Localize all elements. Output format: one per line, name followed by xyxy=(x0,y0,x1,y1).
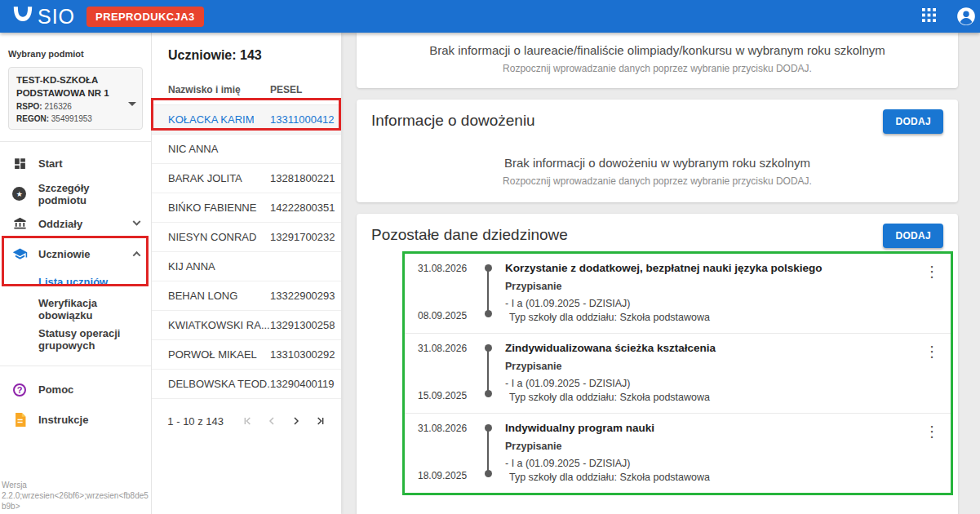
entry-assignment-line: - I a (01.09.2025 - DZISIAJ) xyxy=(505,297,918,311)
subject-selector[interactable]: TEST-KD-SZKOŁA PODSTAWOWA NR 1 RSPO: 216… xyxy=(8,67,143,130)
entry-assignment-label: Przypisanie xyxy=(505,360,918,374)
empty-state-title: Brak informacji o dowożeniu w wybranym r… xyxy=(357,156,958,170)
bank-icon xyxy=(10,217,29,231)
subject-label: Wybrany podmiot xyxy=(0,33,151,59)
table-row[interactable]: NIC ANNA xyxy=(152,135,341,164)
environment-badge: PREPRODUKCJA3 xyxy=(86,7,204,27)
logo-text: SIO xyxy=(38,5,75,29)
section-title: Pozostałe dane dziedzinowe xyxy=(371,224,568,246)
entry-date-end: 31.08.2026 xyxy=(418,263,475,274)
entry-date-end: 31.08.2026 xyxy=(418,423,475,434)
add-button[interactable]: DODAJ xyxy=(883,109,943,134)
list-item: 31.08.2026 08.09.2025 Korzystanie z doda… xyxy=(405,254,951,333)
document-icon xyxy=(10,413,29,427)
sidebar-item-label: Uczniowie xyxy=(38,248,91,260)
empty-state-hint: Rozpocznij wprowadzanie danych poprzez w… xyxy=(357,63,958,74)
subject-dropdown-caret-icon xyxy=(128,102,136,106)
regon-label: REGON: xyxy=(16,114,49,123)
sidebar-item-group-ops[interactable]: Statusy operacji grupowych xyxy=(0,324,151,354)
star-circle-icon: ★ xyxy=(10,187,29,201)
sidebar-divider xyxy=(0,141,151,142)
dashboard-icon xyxy=(10,157,29,171)
entry-date-start: 15.09.2025 xyxy=(418,390,467,401)
entry-assignment-label: Przypisanie xyxy=(505,280,918,294)
sidebar-item-label: Szczegóły podmiotu xyxy=(38,182,140,206)
kebab-menu-icon[interactable]: ⋮ xyxy=(918,260,946,325)
olympiad-section-card: Brak informacji o laureacie/finaliście o… xyxy=(357,33,958,88)
entry-dates: 31.08.2026 18.09.2025 xyxy=(418,420,475,485)
column-header-name: Nazwisko i imię xyxy=(168,84,270,95)
transport-section-card: Informacje o dowożeniu DODAJ Brak inform… xyxy=(357,100,958,202)
entry-assignment-line: - I a (01.09.2025 - DZISIAJ) xyxy=(505,457,918,471)
chevron-down-icon xyxy=(133,218,141,226)
table-row[interactable]: KIJ ANNA xyxy=(152,252,341,281)
sidebar-item-label: Oddziały xyxy=(38,218,82,230)
account-icon[interactable] xyxy=(956,6,977,27)
version-info: Wersja 2.2.0;wrzesien<26bf6>;wrzesien<fb… xyxy=(2,480,151,512)
previous-page-icon[interactable] xyxy=(261,410,282,432)
table-row[interactable]: PORWOŁ MIKAEL13310300292 xyxy=(152,340,341,370)
table-row[interactable]: BARAK JOLITA13281800221 xyxy=(152,164,341,193)
sidebar-item-students-list[interactable]: Lista uczniów xyxy=(0,269,151,294)
table-row[interactable]: NIESYN CONRAD13291700232 xyxy=(152,223,341,252)
entry-assignment-label: Przypisanie xyxy=(505,440,918,454)
sidebar-item-branches[interactable]: Oddziały xyxy=(0,209,151,239)
entry-school-type: Typ szkoły dla oddziału: Szkoła podstawo… xyxy=(505,471,918,485)
subject-name-line1: TEST-KD-SZKOŁA xyxy=(16,73,126,86)
sidebar-item-details[interactable]: ★ Szczegóły podmiotu xyxy=(0,179,151,209)
table-row[interactable]: BEHAN LONG13322900293 xyxy=(152,281,341,311)
sidebar-item-label: Instrukcje xyxy=(38,414,88,426)
graduation-cap-icon xyxy=(10,246,29,262)
table-row[interactable]: KOŁACKA KARIM13311000412 xyxy=(152,105,341,135)
pagination: 1 - 10 z 143 xyxy=(152,399,341,432)
table-row[interactable]: DELBOWSKA TEOD...13290400119 xyxy=(152,370,341,399)
timeline-icon xyxy=(475,340,505,405)
students-panel: Uczniowie: 143 Nazwisko i imię PESEL KOŁ… xyxy=(151,33,341,514)
kebab-menu-icon[interactable]: ⋮ xyxy=(918,420,946,485)
sidebar-item-students[interactable]: Uczniowie xyxy=(0,239,151,269)
next-page-icon[interactable] xyxy=(286,410,307,432)
pagination-label: 1 - 10 z 143 xyxy=(167,415,224,428)
rspo-value: 216326 xyxy=(44,102,71,111)
app-root: SIO PREPRODUKCJA3 xyxy=(0,0,980,514)
empty-state-title: Brak informacji o laureacie/finaliście o… xyxy=(357,43,958,57)
sidebar-item-label: Pomoc xyxy=(38,383,73,396)
sidebar-item-start[interactable]: Start xyxy=(0,148,151,179)
students-count-title: Uczniowie: 143 xyxy=(152,33,341,63)
entry-school-type: Typ szkoły dla oddziału: Szkoła podstawo… xyxy=(505,391,918,405)
entry-title: Indywidualny program nauki xyxy=(505,421,918,435)
rspo-label: RSPO: xyxy=(16,102,42,111)
sio-logo-icon xyxy=(11,6,34,28)
students-table-header: Nazwisko i imię PESEL xyxy=(152,84,341,105)
sidebar-nav: Start ★ Szczegóły podmiotu Oddziały Ucz xyxy=(0,148,151,435)
entry-dates: 31.08.2026 15.09.2025 xyxy=(418,340,475,405)
sidebar-divider xyxy=(0,366,151,366)
entry-school-type: Typ szkoły dla oddziału: Szkoła podstawo… xyxy=(505,311,918,325)
sidebar-item-help[interactable]: ? Pomoc xyxy=(0,374,151,405)
entry-date-start: 18.09.2025 xyxy=(418,470,467,481)
apps-grid-icon[interactable] xyxy=(922,8,936,25)
entry-assignment-line: - I a (01.09.2025 - DZISIAJ) xyxy=(505,377,918,391)
sidebar-item-instructions[interactable]: Instrukcje xyxy=(0,405,151,435)
entry-date-start: 08.09.2025 xyxy=(418,310,467,321)
entry-title: Zindywidualizowana ścieżka kształcenia xyxy=(505,341,918,355)
help-icon: ? xyxy=(10,383,29,397)
last-page-icon[interactable] xyxy=(310,410,331,432)
table-row[interactable]: BIŃKO FABIENNE14222800351 xyxy=(152,193,341,223)
first-page-icon[interactable] xyxy=(237,410,258,432)
list-item: 31.08.2026 18.09.2025 Indywidualny progr… xyxy=(405,413,951,493)
sidebar-item-verification[interactable]: Weryfikacja obowiązku xyxy=(0,294,151,324)
sidebar: Wybrany podmiot TEST-KD-SZKOŁA PODSTAWOW… xyxy=(0,33,151,514)
table-row[interactable]: KWIATKOWSKI RA...13291300258 xyxy=(152,311,341,340)
sidebar-item-label: Start xyxy=(38,157,63,170)
list-item: 31.08.2026 15.09.2025 Zindywidualizowana… xyxy=(405,333,951,413)
empty-state-hint: Rozpocznij wprowadzanie danych poprzez w… xyxy=(357,175,958,187)
main-content: Brak informacji o laureacie/finaliście o… xyxy=(341,33,980,514)
sio-logo[interactable]: SIO xyxy=(11,5,75,29)
kebab-menu-icon[interactable]: ⋮ xyxy=(918,340,946,405)
section-title: Informacje o dowożeniu xyxy=(371,109,535,131)
regon-value: 354991953 xyxy=(51,114,92,123)
subject-name-line2: PODSTAWOWA NR 1 xyxy=(16,86,126,100)
entry-dates: 31.08.2026 08.09.2025 xyxy=(418,260,475,325)
add-button[interactable]: DODAJ xyxy=(883,224,943,248)
